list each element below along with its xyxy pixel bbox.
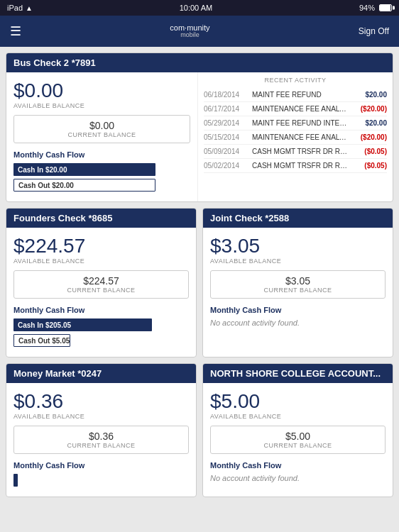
current-balance-label-bus-check: CURRENT BALANCE (21, 131, 182, 138)
status-left: iPad ▲ (7, 4, 33, 12)
available-label-money-market: AVAILABLE BALANCE (13, 413, 189, 420)
current-balance-amount-founders: $224.57 (21, 275, 181, 287)
cash-in-row-bus-check: Cash In $20.00 (13, 163, 190, 176)
activity-row: 05/15/2014 MAINTENANCE FEE ANALYS... ($2… (204, 131, 387, 145)
available-balance-money-market: $0.36 (13, 390, 189, 413)
activity-row: 05/02/2014 CASH MGMT TRSFR DR RE... ($0.… (204, 159, 387, 173)
cash-out-row-bus-check: Cash Out $20.00 (13, 179, 190, 192)
cash-flow-title-money-market: Monthly Cash Flow (13, 461, 189, 470)
current-balance-amount-bus-check: $0.00 (21, 120, 182, 131)
activity-row: 05/29/2014 MAINT FEE REFUND INTERN... $2… (204, 116, 387, 131)
account-card-bus-check: Bus Check 2 *7891 $0.00 AVAILABLE BALANC… (6, 52, 393, 202)
cash-flow-title-bus-check: Monthly Cash Flow (13, 150, 190, 159)
bus-check-left: $0.00 AVAILABLE BALANCE $0.00 CURRENT BA… (6, 72, 198, 201)
cash-out-bar-founders: Cash Out $5.05 (13, 334, 70, 347)
account-card-joint: Joint Check *2588 $3.05 AVAILABLE BALANC… (202, 208, 393, 358)
founders-body: $224.57 AVAILABLE BALANCE $224.57 CURREN… (6, 228, 196, 357)
account-title-north-shore: NORTH SHORE COLLEGE ACCOUNT... (203, 364, 393, 383)
available-balance-joint: $3.05 (210, 235, 386, 257)
cash-in-bar-bus-check: Cash In $20.00 (13, 163, 155, 176)
battery-icon (379, 4, 392, 11)
available-balance-founders: $224.57 (13, 235, 189, 257)
available-label-bus-check: AVAILABLE BALANCE (13, 102, 190, 109)
sign-off-button[interactable]: Sign Off (359, 26, 389, 36)
account-card-money-market: Money Market *0247 $0.36 AVAILABLE BALAN… (6, 363, 197, 497)
battery-percent: 94% (359, 4, 375, 12)
cash-flow-title-north-shore: Monthly Cash Flow (210, 461, 386, 470)
carrier-label: iPad (7, 4, 23, 12)
cash-flow-title-joint: Monthly Cash Flow (210, 306, 386, 314)
account-card-north-shore: NORTH SHORE COLLEGE ACCOUNT... $5.00 AVA… (202, 363, 393, 497)
bus-check-body: $0.00 AVAILABLE BALANCE $0.00 CURRENT BA… (6, 72, 393, 201)
current-balance-label-joint: CURRENT BALANCE (218, 287, 378, 294)
activity-row: 05/09/2014 CASH MGMT TRSFR DR RE... ($0.… (204, 145, 387, 159)
cash-flow-title-founders: Monthly Cash Flow (13, 306, 189, 314)
current-balance-amount-money-market: $0.36 (21, 431, 181, 442)
available-balance-bus-check: $0.00 (13, 79, 190, 102)
brand-logo: com·munity mobile (170, 23, 209, 39)
recent-activity-header: RECENT ACTIVITY (204, 77, 387, 84)
brand-line2: mobile (170, 32, 209, 39)
status-right: 94% (359, 4, 392, 12)
current-balance-label-founders: CURRENT BALANCE (21, 287, 181, 294)
current-balance-box-north-shore: $5.00 CURRENT BALANCE (210, 426, 386, 454)
menu-icon[interactable]: ☰ (10, 23, 21, 39)
current-balance-label-north-shore: CURRENT BALANCE (218, 442, 378, 449)
current-balance-box-bus-check: $0.00 CURRENT BALANCE (13, 115, 190, 143)
account-title-founders: Founders Check *8685 (6, 209, 196, 228)
joint-body: $3.05 AVAILABLE BALANCE $3.05 CURRENT BA… (203, 228, 393, 334)
activity-row: 06/17/2014 MAINTENANCE FEE ANALYS... ($2… (204, 102, 387, 116)
cash-out-bar-bus-check: Cash Out $20.00 (13, 179, 155, 192)
time-label: 10:00 AM (180, 4, 212, 12)
available-label-founders: AVAILABLE BALANCE (13, 257, 189, 265)
battery-fill (380, 5, 390, 11)
money-market-body: $0.36 AVAILABLE BALANCE $0.36 CURRENT BA… (6, 383, 196, 497)
current-balance-box-joint: $3.05 CURRENT BALANCE (210, 270, 386, 299)
status-bar: iPad ▲ 10:00 AM 94% (0, 0, 399, 16)
row-founders-joint: Founders Check *8685 $224.57 AVAILABLE B… (6, 208, 393, 358)
row-money-north: Money Market *0247 $0.36 AVAILABLE BALAN… (6, 363, 393, 497)
top-nav: ☰ com·munity mobile Sign Off (0, 16, 399, 47)
accounts-content: Bus Check 2 *7891 $0.00 AVAILABLE BALANC… (0, 47, 399, 503)
current-balance-label-money-market: CURRENT BALANCE (21, 442, 181, 449)
available-label-joint: AVAILABLE BALANCE (210, 257, 386, 265)
available-balance-north-shore: $5.00 (210, 390, 386, 413)
wifi-icon: ▲ (26, 4, 33, 12)
account-title-joint: Joint Check *2588 (203, 209, 393, 228)
cash-in-row-money-market (13, 474, 189, 487)
cash-in-row-founders: Cash In $205.05 (13, 318, 189, 331)
no-activity-joint: No account activity found. (210, 318, 386, 327)
account-title-bus-check: Bus Check 2 *7891 (6, 53, 393, 72)
account-title-money-market: Money Market *0247 (6, 364, 196, 383)
current-balance-amount-north-shore: $5.00 (218, 431, 378, 442)
cash-in-bar-money-market (13, 474, 18, 487)
current-balance-box-money-market: $0.36 CURRENT BALANCE (13, 426, 189, 454)
activity-row: 06/18/2014 MAINT FEE REFUND $20.00 (204, 88, 387, 102)
current-balance-box-founders: $224.57 CURRENT BALANCE (13, 270, 189, 299)
account-card-founders: Founders Check *8685 $224.57 AVAILABLE B… (6, 208, 197, 358)
north-shore-body: $5.00 AVAILABLE BALANCE $5.00 CURRENT BA… (203, 383, 393, 489)
no-activity-north-shore: No account activity found. (210, 474, 386, 482)
current-balance-amount-joint: $3.05 (218, 275, 378, 287)
available-label-north-shore: AVAILABLE BALANCE (210, 413, 386, 420)
cash-in-bar-founders: Cash In $205.05 (13, 318, 152, 331)
cash-out-row-founders: Cash Out $5.05 (13, 334, 189, 347)
bus-check-right: RECENT ACTIVITY 06/18/2014 MAINT FEE REF… (198, 72, 393, 201)
